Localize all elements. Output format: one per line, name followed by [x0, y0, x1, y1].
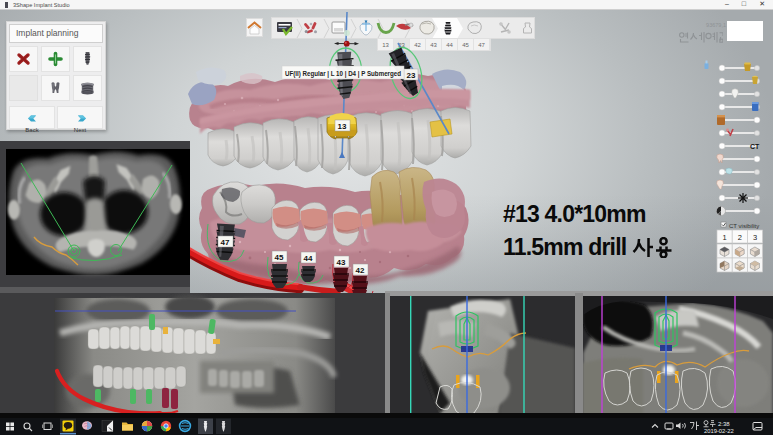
svg-text:CT visibility: CT visibility [729, 223, 759, 229]
svg-text:CT: CT [750, 143, 760, 150]
svg-text:2:38: 2:38 [718, 421, 730, 427]
svg-text:3: 3 [753, 233, 757, 242]
svg-text:42: 42 [356, 266, 365, 275]
svg-text:43: 43 [337, 258, 346, 267]
svg-text:UF(II) Regular | L 10 | D4 | P: UF(II) Regular | L 10 | D4 | P Submerged [285, 69, 401, 78]
svg-text:45: 45 [275, 253, 284, 262]
svg-text:23: 23 [407, 71, 416, 80]
svg-text:2019-02-22: 2019-02-22 [704, 428, 734, 434]
svg-text:13: 13 [338, 122, 347, 131]
svg-text:1: 1 [723, 233, 727, 242]
svg-text:2: 2 [738, 233, 742, 242]
svg-text:44: 44 [304, 254, 313, 263]
svg-text:47: 47 [221, 238, 230, 247]
